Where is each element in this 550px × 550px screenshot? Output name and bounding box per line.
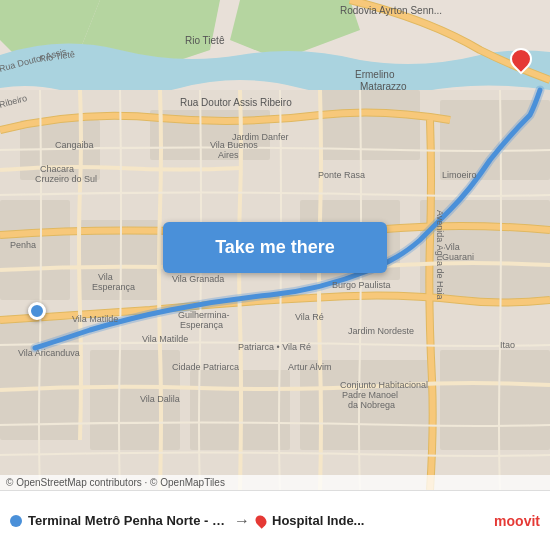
svg-text:Cruzeiro do Sul: Cruzeiro do Sul	[35, 174, 97, 184]
copyright-text: © OpenStreetMap contributors · © OpenMap…	[6, 477, 225, 488]
destination-marker	[510, 48, 532, 76]
svg-text:Patriarca • Vila Ré: Patriarca • Vila Ré	[238, 342, 311, 352]
svg-text:Matarazzo: Matarazzo	[360, 81, 407, 92]
svg-text:Ponte Rasa: Ponte Rasa	[318, 170, 365, 180]
svg-text:Vila Dalila: Vila Dalila	[140, 394, 180, 404]
app-container: Rodovia Ayrton Senn... Rio Tietê Ermelin…	[0, 0, 550, 550]
svg-text:Vila: Vila	[445, 242, 460, 252]
svg-text:Jardim Nordeste: Jardim Nordeste	[348, 326, 414, 336]
copyright-bar: © OpenStreetMap contributors · © OpenMap…	[0, 475, 550, 490]
destination-icon	[253, 513, 269, 529]
svg-text:Vila Matilde: Vila Matilde	[72, 314, 118, 324]
take-me-there-button[interactable]: Take me there	[163, 222, 387, 273]
svg-text:Rua Doutor Assis Ribeiro: Rua Doutor Assis Ribeiro	[180, 97, 292, 108]
svg-text:Artur Alvim: Artur Alvim	[288, 362, 332, 372]
svg-text:Limoeiro: Limoeiro	[442, 170, 477, 180]
svg-text:da Nobrega: da Nobrega	[348, 400, 395, 410]
svg-text:Vila Ré: Vila Ré	[295, 312, 324, 322]
svg-text:Vila Granada: Vila Granada	[172, 274, 224, 284]
svg-text:Penha: Penha	[10, 240, 36, 250]
arrow-icon: →	[234, 512, 250, 530]
svg-text:Vila: Vila	[98, 272, 113, 282]
origin-icon	[10, 515, 22, 527]
moovit-logo: moovit	[494, 513, 540, 529]
svg-text:Esperança: Esperança	[180, 320, 223, 330]
svg-text:Chacara: Chacara	[40, 164, 74, 174]
route-info: Terminal Metrô Penha Norte - Pen... → Ho…	[10, 512, 486, 530]
svg-text:Cangaiba: Cangaiba	[55, 140, 94, 150]
svg-text:Rio Tietê: Rio Tietê	[185, 35, 225, 46]
bottom-bar: Terminal Metrô Penha Norte - Pen... → Ho…	[0, 490, 550, 550]
svg-rect-18	[440, 350, 550, 450]
svg-text:Aires: Aires	[218, 150, 239, 160]
svg-text:Conjunto Habitacional: Conjunto Habitacional	[340, 380, 428, 390]
svg-rect-10	[0, 200, 70, 300]
svg-text:Cidade Patriarca: Cidade Patriarca	[172, 362, 239, 372]
svg-text:Guarani: Guarani	[442, 252, 474, 262]
svg-text:Vila Matilde: Vila Matilde	[142, 334, 188, 344]
svg-text:Esperança: Esperança	[92, 282, 135, 292]
map-area[interactable]: Rodovia Ayrton Senn... Rio Tietê Ermelin…	[0, 0, 550, 490]
origin-name: Terminal Metrô Penha Norte - Pen...	[28, 513, 228, 528]
svg-text:Burgo Paulista: Burgo Paulista	[332, 280, 391, 290]
svg-text:Itao: Itao	[500, 340, 515, 350]
svg-text:Guilhermina-: Guilhermina-	[178, 310, 230, 320]
svg-text:Padre Manoel: Padre Manoel	[342, 390, 398, 400]
svg-text:Rodovia Ayrton Senn...: Rodovia Ayrton Senn...	[340, 5, 442, 16]
destination-name: Hospital Inde...	[272, 513, 364, 528]
origin-marker	[28, 302, 46, 320]
svg-text:Vila Aricanduva: Vila Aricanduva	[18, 348, 80, 358]
svg-text:Jardim Danfer: Jardim Danfer	[232, 132, 289, 142]
svg-text:Ermelino: Ermelino	[355, 69, 395, 80]
moovit-text: moovit	[494, 513, 540, 529]
